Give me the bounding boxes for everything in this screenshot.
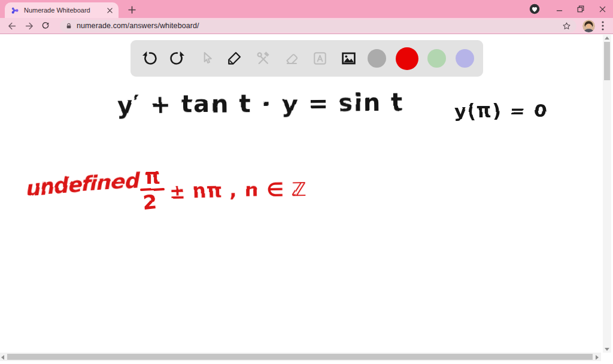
pen-button[interactable] bbox=[225, 49, 244, 68]
hammer-wrench-icon bbox=[255, 50, 271, 66]
lock-icon[interactable] bbox=[65, 22, 72, 30]
color-swatch-gray[interactable] bbox=[368, 49, 386, 68]
color-swatch-red[interactable] bbox=[396, 47, 418, 70]
image-tool-icon bbox=[341, 50, 357, 66]
numerade-favicon bbox=[11, 6, 20, 15]
tools-button[interactable] bbox=[254, 49, 273, 68]
handwritten-fraction: π 2 bbox=[139, 165, 165, 213]
color-swatch-green[interactable] bbox=[427, 49, 446, 68]
scroll-up-icon[interactable] bbox=[605, 37, 609, 40]
undo-icon bbox=[141, 50, 157, 66]
profile-avatar[interactable] bbox=[582, 20, 595, 32]
minimize-button[interactable] bbox=[548, 0, 570, 18]
fraction-denominator: 2 bbox=[142, 191, 158, 214]
tab-title: Numerade Whiteboard bbox=[24, 7, 101, 14]
tab-numerade-whiteboard[interactable]: Numerade Whiteboard bbox=[5, 2, 119, 18]
browser-menu-icon[interactable] bbox=[597, 19, 608, 33]
fraction-numerator: π bbox=[144, 165, 160, 187]
reload-button[interactable] bbox=[38, 19, 53, 33]
handwritten-equation: y′ + tan t · y = sin t bbox=[117, 88, 404, 119]
pen-icon bbox=[226, 50, 242, 66]
restore-button[interactable] bbox=[570, 0, 591, 18]
whiteboard-toolbar bbox=[131, 40, 483, 77]
cursor-icon bbox=[198, 50, 214, 66]
redo-button[interactable] bbox=[168, 49, 187, 68]
forward-button[interactable] bbox=[22, 19, 36, 33]
media-control-icon[interactable] bbox=[526, 0, 544, 18]
scroll-right-icon[interactable] bbox=[596, 355, 599, 360]
tab-close-icon[interactable] bbox=[105, 6, 114, 14]
address-bar[interactable]: numerade.com/answers/whiteboard/ bbox=[60, 20, 576, 32]
vertical-scrollbar-thumb[interactable] bbox=[604, 42, 610, 80]
scroll-down-icon[interactable] bbox=[605, 348, 609, 351]
url-text: numerade.com/answers/whiteboard/ bbox=[77, 22, 558, 30]
redo-icon bbox=[169, 50, 186, 66]
text-tool-button[interactable] bbox=[311, 49, 330, 68]
vertical-scrollbar[interactable] bbox=[603, 35, 611, 353]
horizontal-scrollbar-thumb[interactable] bbox=[7, 354, 593, 360]
image-tool-button[interactable] bbox=[339, 49, 358, 68]
window-controls bbox=[526, 0, 613, 18]
browser-tab-bar: Numerade Whiteboard bbox=[0, 0, 613, 18]
back-button[interactable] bbox=[5, 19, 19, 33]
scroll-left-icon[interactable] bbox=[1, 355, 4, 360]
horizontal-scrollbar[interactable] bbox=[0, 353, 601, 361]
eraser-button[interactable] bbox=[282, 49, 301, 68]
handwritten-note-tail: ± nπ , n ∈ ℤ bbox=[169, 178, 307, 203]
select-cursor-button[interactable] bbox=[196, 49, 216, 68]
new-tab-button[interactable] bbox=[126, 4, 138, 16]
browser-address-row: numerade.com/answers/whiteboard/ bbox=[0, 18, 613, 34]
color-swatch-purple[interactable] bbox=[456, 49, 474, 68]
bookmark-star-icon[interactable] bbox=[562, 22, 571, 31]
text-tool-icon bbox=[312, 50, 328, 66]
close-window-button[interactable] bbox=[591, 0, 613, 18]
handwritten-initial-condition: y(π) = 0 bbox=[454, 100, 548, 122]
eraser-icon bbox=[284, 50, 300, 66]
undo-button[interactable] bbox=[139, 49, 159, 68]
